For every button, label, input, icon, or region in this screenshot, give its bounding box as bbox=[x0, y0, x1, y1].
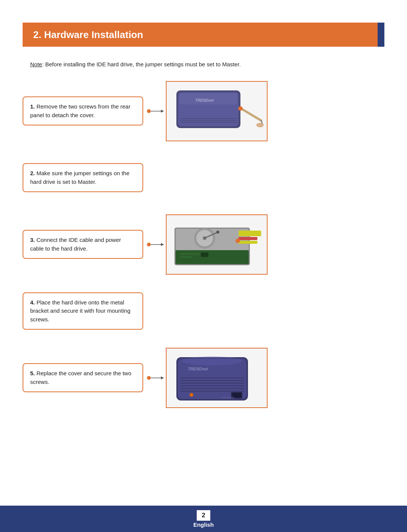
step-number-3: 3. bbox=[30, 237, 35, 243]
step-row-3: 3. Connect the IDE cable and power cable… bbox=[23, 214, 384, 275]
step-text-5: Replace the cover and secure the two scr… bbox=[30, 370, 132, 385]
step-number-1: 1. bbox=[30, 103, 35, 110]
footer-language: English bbox=[193, 521, 214, 528]
step-text-2: Make sure the jumper settings on the har… bbox=[30, 170, 129, 185]
footer-bar: 2 English bbox=[0, 506, 407, 532]
svg-rect-28 bbox=[239, 231, 261, 236]
step-box-3: 3. Connect the IDE cable and power cable… bbox=[23, 230, 143, 259]
page-number: 2 bbox=[197, 510, 210, 521]
svg-point-0 bbox=[147, 109, 151, 113]
step-text-3: Connect the IDE cable and power cable to… bbox=[30, 237, 121, 252]
step-arrow-5 bbox=[143, 374, 166, 382]
section-title: 2. Hardware Installation bbox=[33, 29, 143, 41]
step-number-4: 4. bbox=[30, 299, 35, 306]
svg-marker-16 bbox=[161, 243, 164, 246]
svg-text:STORAGE: STORAGE bbox=[222, 396, 234, 399]
note-label: Note bbox=[30, 61, 42, 67]
svg-point-14 bbox=[147, 243, 151, 246]
step-image-5: TRENDnet STORAGE bbox=[166, 348, 268, 408]
step-text-1: Remove the two screws from the rear pane… bbox=[30, 103, 130, 118]
step-row-4: 4. Place the hard drive onto the metal b… bbox=[23, 287, 384, 336]
step-arrow-1 bbox=[143, 107, 166, 115]
step-box-5: 5. Replace the cover and secure the two … bbox=[23, 363, 143, 392]
svg-text:TRENDnet: TRENDnet bbox=[188, 367, 209, 371]
note-section: Note: Before installing the IDE hard dri… bbox=[30, 60, 377, 69]
svg-text:TRENDnet: TRENDnet bbox=[195, 98, 214, 102]
step-image-1: TRENDnet bbox=[166, 81, 268, 141]
steps-container: 1. Remove the two screws from the rear p… bbox=[23, 81, 384, 420]
step-row-2: 2. Make sure the jumper settings on the … bbox=[23, 153, 384, 202]
step-text-4: Place the hard drive onto the metal brac… bbox=[30, 299, 130, 323]
arrow-icon-3 bbox=[145, 241, 164, 248]
svg-rect-22 bbox=[201, 252, 208, 257]
step-row-5: 5. Replace the cover and secure the two … bbox=[23, 348, 384, 408]
device-front-svg: TRENDnet STORAGE bbox=[169, 350, 265, 406]
step-image-3 bbox=[166, 214, 268, 275]
svg-point-32 bbox=[147, 376, 151, 380]
section-header: 2. Hardware Installation bbox=[23, 23, 384, 47]
svg-point-37 bbox=[182, 356, 242, 365]
step-row-1: 1. Remove the two screws from the rear p… bbox=[23, 81, 384, 141]
svg-line-7 bbox=[242, 109, 261, 121]
svg-point-9 bbox=[238, 106, 243, 111]
arrow-icon-1 bbox=[145, 107, 164, 115]
arrow-icon-5 bbox=[145, 374, 164, 382]
step-number-2: 2. bbox=[30, 170, 35, 176]
svg-point-10 bbox=[256, 123, 264, 127]
note-text: : Before installing the IDE hard drive, … bbox=[42, 61, 241, 67]
step-box-1: 1. Remove the two screws from the rear p… bbox=[23, 96, 143, 125]
svg-marker-2 bbox=[161, 110, 164, 113]
step-arrow-3 bbox=[143, 241, 166, 248]
svg-point-31 bbox=[236, 238, 240, 243]
svg-rect-30 bbox=[239, 241, 257, 244]
svg-marker-34 bbox=[161, 376, 164, 379]
step-number-5: 5. bbox=[30, 370, 35, 376]
svg-point-45 bbox=[190, 393, 193, 397]
step-box-2: 2. Make sure the jumper settings on the … bbox=[23, 163, 143, 192]
device-top-svg: TRENDnet bbox=[169, 83, 265, 139]
svg-point-27 bbox=[216, 231, 219, 234]
hdd-svg bbox=[169, 216, 265, 273]
svg-rect-29 bbox=[239, 237, 257, 240]
step-box-4: 4. Place the hard drive onto the metal b… bbox=[23, 292, 143, 330]
